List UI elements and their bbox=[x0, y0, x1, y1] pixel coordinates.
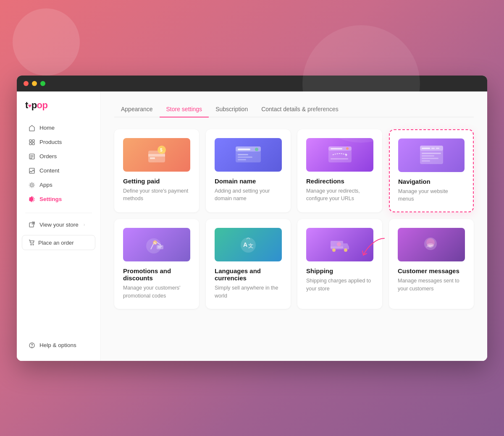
cart-icon bbox=[28, 239, 35, 246]
card-image-messages bbox=[398, 228, 465, 261]
card-desc-messages: Manage messages sent to your customers bbox=[398, 277, 465, 293]
card-shipping[interactable]: Shipping Shipping charges applied to you… bbox=[297, 219, 382, 309]
svg-rect-53 bbox=[331, 241, 343, 249]
svg-point-55 bbox=[344, 248, 347, 252]
card-image-promotions: % bbox=[123, 228, 190, 261]
view-store-arrow: › bbox=[84, 222, 85, 227]
sidebar-item-products[interactable]: Products bbox=[20, 135, 97, 149]
svg-text:%: % bbox=[154, 242, 157, 245]
svg-text:$: $ bbox=[160, 148, 163, 152]
tab-subscription[interactable]: Subscription bbox=[209, 102, 255, 117]
card-title-promotions: Promotions and discounts bbox=[123, 267, 190, 282]
minimize-button[interactable] bbox=[32, 81, 37, 86]
card-desc-getting-paid: Define your store's payment methods bbox=[123, 187, 190, 203]
tab-contact[interactable]: Contact details & preferences bbox=[255, 102, 345, 117]
sidebar-item-home[interactable]: Home bbox=[20, 121, 97, 135]
settings-icon bbox=[29, 196, 35, 203]
svg-rect-24 bbox=[238, 149, 250, 150]
sidebar-help[interactable]: Help & options bbox=[20, 338, 97, 352]
card-redirections[interactable]: Redirections Manage your redirects, conf… bbox=[297, 129, 382, 213]
card-desc-navigation: Manage your website menus bbox=[398, 188, 465, 204]
svg-text:文: 文 bbox=[248, 243, 253, 249]
svg-point-9 bbox=[31, 184, 33, 186]
products-icon bbox=[29, 139, 35, 146]
svg-point-25 bbox=[255, 148, 258, 151]
svg-rect-39 bbox=[436, 148, 439, 149]
cards-grid-wrapper: $ Getting paid Define your store's payme… bbox=[114, 129, 474, 309]
promotions-illustration: % bbox=[143, 233, 171, 256]
apps-icon bbox=[29, 182, 35, 188]
close-button[interactable] bbox=[24, 81, 29, 86]
svg-rect-1 bbox=[32, 140, 34, 142]
card-navigation[interactable]: Navigation Manage your website menus bbox=[389, 129, 474, 213]
getting-paid-illustration: $ bbox=[144, 142, 169, 167]
svg-point-32 bbox=[346, 147, 349, 150]
svg-rect-38 bbox=[431, 148, 435, 149]
svg-rect-19 bbox=[150, 157, 155, 159]
sidebar-item-orders-label: Orders bbox=[39, 153, 57, 159]
content-icon bbox=[29, 167, 35, 174]
languages-illustration: A 文 bbox=[235, 233, 262, 256]
logo: t♥pop bbox=[17, 100, 100, 121]
card-title-domain: Domain name bbox=[215, 178, 282, 185]
shipping-illustration bbox=[326, 233, 354, 256]
svg-rect-27 bbox=[238, 157, 252, 158]
sidebar-item-products-label: Products bbox=[39, 139, 62, 145]
external-link-icon bbox=[29, 221, 35, 228]
tabs: Appearance Store settings Subscription C… bbox=[114, 102, 474, 117]
svg-rect-34 bbox=[331, 158, 348, 159]
card-image-languages: A 文 bbox=[215, 228, 282, 261]
card-desc-shipping: Shipping charges applied to your store bbox=[306, 277, 373, 293]
sidebar-item-settings[interactable]: Settings bbox=[20, 192, 97, 206]
svg-rect-47 bbox=[157, 245, 163, 249]
card-image-shipping bbox=[306, 228, 373, 261]
card-title-redirections: Redirections bbox=[306, 178, 373, 185]
messages-illustration bbox=[418, 233, 445, 256]
svg-rect-0 bbox=[29, 140, 32, 142]
help-icon bbox=[29, 342, 35, 349]
svg-rect-40 bbox=[422, 153, 441, 154]
card-title-getting-paid: Getting paid bbox=[123, 178, 190, 185]
svg-point-57 bbox=[337, 242, 341, 246]
svg-rect-28 bbox=[238, 159, 246, 160]
svg-text:A: A bbox=[243, 241, 247, 248]
sidebar-item-orders[interactable]: Orders bbox=[20, 149, 97, 164]
sidebar-item-apps[interactable]: Apps bbox=[20, 178, 97, 192]
svg-rect-42 bbox=[422, 158, 438, 159]
navigation-illustration bbox=[418, 144, 445, 167]
card-desc-domain: Adding and setting your domain name bbox=[215, 187, 282, 203]
redirections-illustration bbox=[326, 143, 354, 166]
browser-titlebar bbox=[17, 76, 487, 91]
home-icon bbox=[29, 125, 35, 131]
svg-rect-18 bbox=[148, 154, 165, 157]
card-title-messages: Customer messages bbox=[398, 267, 465, 274]
card-domain-name[interactable]: Domain name Adding and setting your doma… bbox=[206, 129, 291, 213]
card-title-languages: Languages and currencies bbox=[215, 267, 282, 282]
card-image-redirections bbox=[306, 138, 373, 172]
sidebar-item-content[interactable]: Content bbox=[20, 164, 97, 178]
sidebar-item-home-label: Home bbox=[39, 125, 55, 131]
card-getting-paid[interactable]: $ Getting paid Define your store's payme… bbox=[114, 129, 199, 213]
sidebar: t♥pop Home Products bbox=[17, 91, 101, 361]
card-customer-messages[interactable]: Customer messages Manage messages sent t… bbox=[389, 219, 474, 309]
view-store-label: View your store bbox=[39, 222, 79, 228]
svg-point-13 bbox=[31, 244, 32, 245]
card-promotions[interactable]: % Promotions and discounts Manage your c… bbox=[114, 219, 199, 309]
card-desc-promotions: Manage your customers' promotional codes bbox=[123, 284, 190, 300]
card-languages[interactable]: A 文 Languages and currencies Simply sell… bbox=[206, 219, 291, 309]
sidebar-view-store[interactable]: View your store › bbox=[20, 217, 97, 232]
card-title-navigation: Navigation bbox=[398, 178, 465, 185]
tab-appearance[interactable]: Appearance bbox=[114, 102, 160, 117]
maximize-button[interactable] bbox=[40, 81, 45, 86]
tab-store-settings[interactable]: Store settings bbox=[160, 102, 209, 117]
svg-rect-37 bbox=[422, 148, 430, 149]
svg-rect-26 bbox=[238, 154, 248, 155]
sidebar-item-content-label: Content bbox=[39, 167, 59, 174]
sidebar-place-order[interactable]: Place an order bbox=[22, 235, 95, 250]
svg-point-54 bbox=[332, 248, 336, 252]
svg-point-16 bbox=[32, 347, 32, 347]
card-desc-redirections: Manage your redirects, configure your UR… bbox=[306, 187, 373, 203]
main-content: Appearance Store settings Subscription C… bbox=[101, 91, 487, 361]
domain-illustration bbox=[234, 143, 263, 166]
sidebar-item-settings-label: Settings bbox=[39, 196, 62, 202]
